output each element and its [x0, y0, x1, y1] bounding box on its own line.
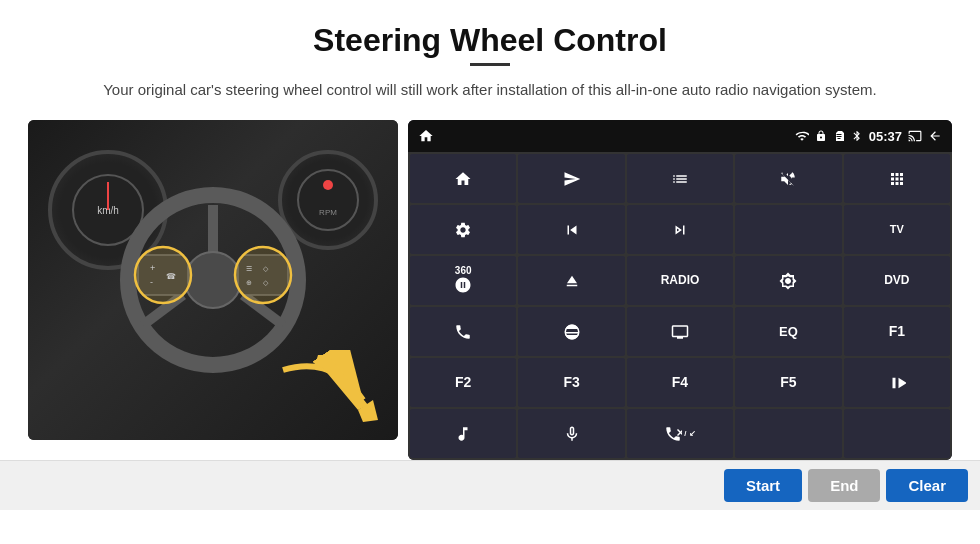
svg-text:⊕: ⊕ — [246, 279, 252, 286]
btn-list[interactable] — [627, 154, 733, 203]
status-icons-right: 05:37 — [795, 129, 942, 144]
back-icon — [928, 129, 942, 143]
btn-prev[interactable] — [518, 205, 624, 254]
btn-media[interactable]: TV — [844, 205, 950, 254]
svg-point-4 — [323, 180, 333, 190]
status-icons-left — [418, 128, 434, 144]
page-title: Steering Wheel Control — [0, 0, 980, 63]
btn-brightness[interactable] — [735, 256, 841, 305]
btn-next[interactable] — [627, 205, 733, 254]
btn-empty-r6c5 — [844, 409, 950, 458]
sim-icon — [833, 130, 845, 142]
btn-f3[interactable]: F3 — [518, 358, 624, 407]
btn-radio[interactable]: RADIO — [627, 256, 733, 305]
status-time: 05:37 — [869, 129, 902, 144]
svg-text:+: + — [150, 263, 155, 273]
btn-screen[interactable] — [627, 307, 733, 356]
svg-point-14 — [235, 247, 291, 303]
title-divider — [470, 63, 510, 66]
button-grid: TV 360 RADIO DVD — [408, 152, 952, 460]
status-bar: 05:37 — [408, 120, 952, 152]
svg-text:☰: ☰ — [246, 265, 252, 272]
btn-f2[interactable]: F2 — [410, 358, 516, 407]
btn-f1[interactable]: F1 — [844, 307, 950, 356]
content-area: km/h RPM — [0, 120, 980, 460]
btn-phone[interactable] — [410, 307, 516, 356]
cast-icon — [908, 129, 922, 143]
btn-mute[interactable] — [735, 154, 841, 203]
btn-music[interactable] — [410, 409, 516, 458]
btn-send[interactable] — [518, 154, 624, 203]
svg-point-10 — [185, 252, 241, 308]
svg-text:RPM: RPM — [319, 208, 337, 217]
btn-ie[interactable] — [518, 307, 624, 356]
btn-playpause[interactable] — [844, 358, 950, 407]
home-status-icon — [418, 128, 434, 144]
btn-phonehangup[interactable]: / ↙ — [627, 409, 733, 458]
svg-marker-23 — [315, 355, 368, 410]
clear-button[interactable]: Clear — [886, 469, 968, 502]
start-button[interactable]: Start — [724, 469, 802, 502]
steering-wheel-image: km/h RPM — [28, 120, 398, 440]
bluetooth-icon — [851, 130, 863, 142]
btn-tv[interactable] — [735, 205, 841, 254]
bottom-bar: Start End Clear — [0, 460, 980, 510]
btn-home[interactable] — [410, 154, 516, 203]
btn-settings[interactable] — [410, 205, 516, 254]
wifi-icon — [795, 129, 809, 143]
btn-f5[interactable]: F5 — [735, 358, 841, 407]
svg-text:☎: ☎ — [166, 272, 176, 281]
btn-f4[interactable]: F4 — [627, 358, 733, 407]
svg-text:-: - — [150, 277, 153, 287]
page-subtitle: Your original car's steering wheel contr… — [0, 78, 980, 102]
btn-mic[interactable] — [518, 409, 624, 458]
btn-eject[interactable] — [518, 256, 624, 305]
btn-eq[interactable]: EQ — [735, 307, 841, 356]
btn-apps[interactable] — [844, 154, 950, 203]
android-panel: 05:37 — [408, 120, 952, 460]
arrow-icon — [273, 350, 383, 430]
btn-dvd[interactable]: DVD — [844, 256, 950, 305]
btn-empty-r6c4 — [735, 409, 841, 458]
btn-360[interactable]: 360 — [410, 256, 516, 305]
end-button[interactable]: End — [808, 469, 880, 502]
lock-icon — [815, 130, 827, 142]
svg-point-13 — [135, 247, 191, 303]
